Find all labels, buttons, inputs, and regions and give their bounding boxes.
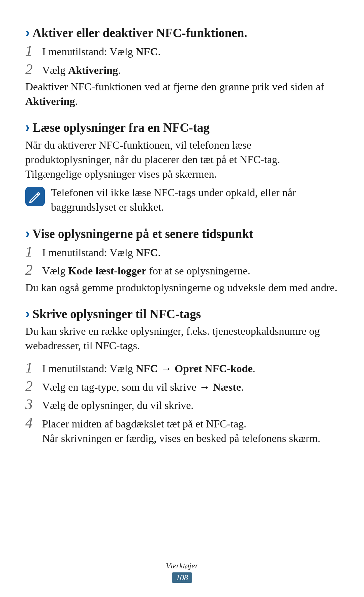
paragraph: Du kan skrive en række oplysninger, f.ek… <box>25 324 339 353</box>
footer-section-label: Værktøjer <box>0 561 364 570</box>
step-text: Placer midten af bagdækslet tæt på et NF… <box>42 415 321 446</box>
heading-text: Aktiver eller deaktiver NFC-funktionen. <box>32 25 247 41</box>
step-number: 2 <box>25 378 42 394</box>
step-text: I menutilstand: Vælg NFC → Opret NFC-kod… <box>42 360 255 376</box>
heading-text: Læse oplysninger fra en NFC-tag <box>32 120 210 136</box>
step-item: 2 Vælg Aktivering. <box>25 61 339 78</box>
note-icon <box>25 187 45 206</box>
paragraph: Du kan også gemme produktoplysningerne o… <box>25 280 339 295</box>
page-footer: Værktøjer 108 <box>0 561 364 583</box>
heading-text: Vise oplysningerne på et senere tidspunk… <box>32 226 253 242</box>
step-number: 2 <box>25 61 42 78</box>
chevron-icon: › <box>25 227 30 240</box>
step-item: 4 Placer midten af bagdækslet tæt på et … <box>25 415 339 446</box>
step-number: 1 <box>25 360 42 376</box>
step-number: 1 <box>25 244 42 260</box>
step-text: I menutilstand: Vælg NFC. <box>42 244 160 260</box>
step-item: 1 I menutilstand: Vælg NFC → Opret NFC-k… <box>25 360 339 376</box>
step-text: Vælg de oplysninger, du vil skrive. <box>42 396 193 413</box>
section-heading: › Skrive oplysninger til NFC-tags <box>25 306 339 322</box>
paragraph: Deaktiver NFC-funktionen ved at fjerne d… <box>25 80 339 109</box>
step-item: 1 I menutilstand: Vælg NFC. <box>25 43 339 59</box>
step-number: 1 <box>25 43 42 59</box>
chevron-icon: › <box>25 26 30 39</box>
section-heading: › Aktiver eller deaktiver NFC-funktionen… <box>25 25 339 41</box>
step-item: 1 I menutilstand: Vælg NFC. <box>25 244 339 260</box>
step-text: Vælg Kode læst-logger for at se oplysnin… <box>42 262 250 278</box>
step-text: Vælg en tag-type, som du vil skrive → Næ… <box>42 378 244 394</box>
step-number: 4 <box>25 415 42 431</box>
step-text: I menutilstand: Vælg NFC. <box>42 43 160 59</box>
step-text: Vælg Aktivering. <box>42 61 121 78</box>
page-number: 108 <box>172 572 192 583</box>
heading-text: Skrive oplysninger til NFC-tags <box>32 306 201 322</box>
section-heading: › Vise oplysningerne på et senere tidspu… <box>25 226 339 242</box>
note: Telefonen vil ikke læse NFC-tags under o… <box>25 185 339 214</box>
step-item: 2 Vælg Kode læst-logger for at se oplysn… <box>25 262 339 278</box>
chevron-icon: › <box>25 307 30 320</box>
step-number: 2 <box>25 262 42 278</box>
step-item: 3 Vælg de oplysninger, du vil skrive. <box>25 396 339 413</box>
note-text: Telefonen vil ikke læse NFC-tags under o… <box>51 185 339 214</box>
step-item: 2 Vælg en tag-type, som du vil skrive → … <box>25 378 339 394</box>
section-heading: › Læse oplysninger fra en NFC-tag <box>25 120 339 136</box>
chevron-icon: › <box>25 120 30 134</box>
paragraph: Når du aktiverer NFC-funktionen, vil tel… <box>25 138 339 182</box>
step-number: 3 <box>25 396 42 413</box>
